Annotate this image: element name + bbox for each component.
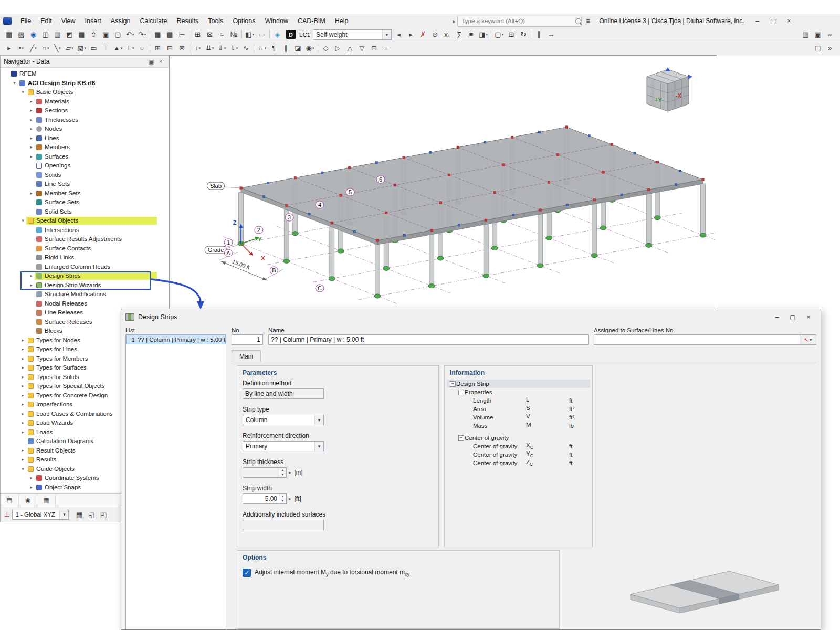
expander-icon[interactable] <box>19 336 26 345</box>
panel-icon[interactable]: ▣ <box>812 29 824 40</box>
expander-icon[interactable] <box>19 391 26 401</box>
dialog-close-button[interactable]: × <box>801 311 816 324</box>
section-cut-icon[interactable]: ∥ <box>280 43 292 54</box>
axis-label-z[interactable]: Z <box>233 219 237 226</box>
numbering-icon[interactable]: x₁ <box>441 29 453 40</box>
surface-icon[interactable]: ▱ <box>64 43 76 54</box>
print-preview-icon[interactable]: ▥ <box>800 29 812 40</box>
expander-icon[interactable] <box>28 281 35 290</box>
tree-item-model-file[interactable]: ACI Design Strip KB.rf6 <box>1 79 169 88</box>
dimension-icon[interactable]: ↔ <box>256 43 268 54</box>
isometric-view-icon[interactable]: ◇ <box>320 43 332 54</box>
grid-label-b[interactable]: B <box>270 267 278 275</box>
expander-icon[interactable] <box>28 97 35 107</box>
dialog-minimize-button[interactable]: – <box>769 311 785 324</box>
tree-item-special-objects[interactable]: Special Objects <box>1 216 169 226</box>
no-field[interactable] <box>232 334 263 345</box>
column-head-icon[interactable]: ⊤ <box>100 43 112 54</box>
menu-item[interactable]: Edit <box>36 14 57 28</box>
tree-item[interactable]: Surfaces <box>1 152 169 162</box>
pan-view-icon[interactable]: + <box>380 43 392 54</box>
select-pointer-icon[interactable]: ▸ <box>3 43 15 54</box>
line-icon[interactable]: ╱ <box>27 43 39 54</box>
expander-icon[interactable] <box>28 483 35 492</box>
menu-item[interactable]: Results <box>172 14 204 28</box>
dropdown-icon[interactable]: ▾ <box>314 415 323 425</box>
menu-item[interactable]: Calculate <box>135 14 172 28</box>
tree-item[interactable]: RFEM <box>1 69 169 79</box>
section-xsc-icon[interactable]: ≈ <box>216 29 228 40</box>
collapse-icon[interactable] <box>449 381 456 387</box>
strip-thickness-stepper[interactable] <box>243 467 287 478</box>
expander-icon[interactable] <box>11 79 18 88</box>
adjust-moment-checkbox[interactable] <box>243 569 251 577</box>
grid-label-4[interactable]: 4 <box>316 201 324 209</box>
tree-item[interactable]: Solid Sets <box>1 207 169 217</box>
visibility-icon[interactable]: ◉ <box>304 43 316 54</box>
tree-item[interactable]: Materials <box>1 97 169 107</box>
menu-item[interactable]: View <box>57 14 80 28</box>
pick-surfaces-button[interactable]: ↖ ▾ <box>800 334 816 345</box>
expander-icon[interactable] <box>19 345 26 354</box>
navigator-close-icon[interactable]: × <box>156 58 165 65</box>
cube-rotate-icon[interactable] <box>688 75 692 79</box>
tab-main[interactable]: Main <box>232 350 261 362</box>
navigator-pin-icon[interactable]: ▣ <box>146 58 156 65</box>
dimension-label[interactable]: 15.00 ft <box>231 258 250 271</box>
keyword-search[interactable] <box>457 16 582 27</box>
free-load-icon[interactable]: ⇂ <box>228 43 240 54</box>
expander-icon[interactable] <box>19 428 26 437</box>
member-load-icon[interactable]: ⇊ <box>204 43 216 54</box>
dlubal-center-icon[interactable]: ◉ <box>27 29 39 40</box>
rotate-view-icon[interactable]: ↻ <box>517 29 529 40</box>
display-navigator-tab[interactable]: ◉ <box>19 494 37 507</box>
tree-item[interactable]: Surface Sets <box>1 198 169 207</box>
tree-item[interactable]: Surface Contacts <box>1 244 169 254</box>
extreme-values-icon[interactable]: ∑ <box>453 29 465 40</box>
strip-type-select[interactable]: Column ▾ <box>243 415 324 425</box>
window-layout-icon[interactable]: ▭ <box>256 29 268 40</box>
assigned-field[interactable] <box>594 334 800 345</box>
expander-icon[interactable] <box>28 106 35 116</box>
grid-label-1[interactable]: 1 <box>224 239 233 247</box>
tree-item[interactable]: Sections <box>1 106 169 116</box>
comment-icon[interactable]: ¶ <box>268 43 280 54</box>
dialog-maximize-button[interactable]: ▢ <box>785 311 801 324</box>
tree-item[interactable]: Line Sets <box>1 180 169 189</box>
tree-item[interactable]: Nodes <box>1 124 169 134</box>
mesh-settings-icon[interactable]: ⊠ <box>176 43 188 54</box>
grid-label-5[interactable]: 5 <box>346 188 355 196</box>
render-mode-icon[interactable]: ◨ <box>477 29 489 40</box>
display-style-icon[interactable]: ◧ <box>244 29 256 40</box>
redo-icon[interactable]: ↷ <box>136 29 148 40</box>
parameter-arrow-icon[interactable]: ▸ <box>289 496 291 501</box>
open-model-icon[interactable]: ▧ <box>15 29 27 40</box>
view-in-x-icon[interactable]: ▷ <box>332 43 344 54</box>
export-icon[interactable]: ⇧ <box>88 29 100 40</box>
tree-item[interactable]: Solids <box>1 171 169 180</box>
arc-icon[interactable]: ∩ <box>39 43 51 54</box>
tree-item[interactable]: Rigid Links <box>1 253 169 262</box>
overflow-icon[interactable]: » <box>824 43 836 54</box>
clipping-plane-icon[interactable]: ◪ <box>292 43 304 54</box>
cube-rotate-icon[interactable] <box>665 67 670 71</box>
copy-icon[interactable]: ▣ <box>100 29 112 40</box>
strip-width-stepper[interactable]: 5.00 <box>243 494 287 504</box>
load-case-select[interactable]: Self-weight ▾ <box>313 29 392 40</box>
expander-icon[interactable] <box>19 455 26 465</box>
guide-lines-icon[interactable]: ∥ <box>533 29 545 40</box>
nodal-load-icon[interactable]: ↓ <box>192 43 204 54</box>
tree-item[interactable]: Nodal Releases <box>1 299 169 309</box>
tree-item[interactable]: Member Sets <box>1 189 169 198</box>
member-hinge-icon[interactable]: ○ <box>136 43 148 54</box>
minimize-button[interactable]: – <box>750 15 765 28</box>
next-load-case-icon[interactable]: ▸ <box>405 29 417 40</box>
search-input[interactable] <box>458 18 572 24</box>
expander-icon[interactable] <box>28 189 35 198</box>
restore-button[interactable]: ▢ <box>765 15 781 28</box>
slab-label[interactable]: Slab <box>207 182 225 190</box>
dropdown-icon[interactable]: ▾ <box>314 442 323 451</box>
search-chevron-icon[interactable]: ▸ <box>453 18 455 24</box>
grid-label-6[interactable]: 6 <box>376 176 385 184</box>
tree-item[interactable]: Intersections <box>1 226 169 235</box>
